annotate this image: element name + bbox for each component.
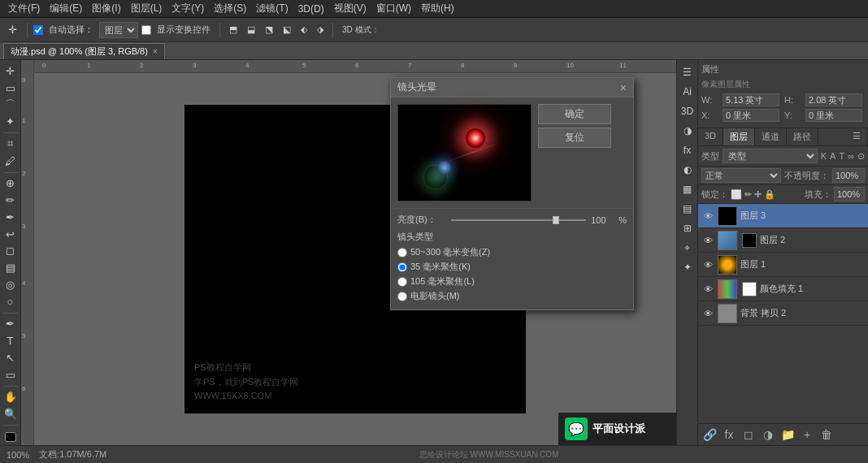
tool-marquee[interactable]: ▭ xyxy=(2,80,20,96)
layer-item-bg-copy[interactable]: 👁 背景 拷贝 2 xyxy=(698,301,868,326)
lock-all-icon[interactable]: 🔒 xyxy=(764,189,775,200)
color-balance-visibility[interactable]: 👁 xyxy=(701,283,714,296)
menu-window[interactable]: 窗口(W) xyxy=(371,0,416,17)
tool-history-brush[interactable]: ↩ xyxy=(2,227,20,242)
menu-filter[interactable]: 滤镜(T) xyxy=(251,0,293,17)
tool-type[interactable]: T xyxy=(2,333,20,348)
auto-select-checkbox[interactable] xyxy=(33,25,43,35)
bg-copy-visibility[interactable]: 👁 xyxy=(701,307,714,320)
tab-layers[interactable]: 图层 xyxy=(723,128,755,145)
menu-layer[interactable]: 图层(L) xyxy=(126,0,167,17)
filter-icon-2[interactable]: A xyxy=(830,151,835,161)
auto-select-dropdown[interactable]: 图层 xyxy=(99,22,138,38)
filter-toggle[interactable]: ⊙ xyxy=(857,151,865,162)
active-tab[interactable]: 动漫.psd @ 100% (图层 3, RGB/8) × xyxy=(3,43,165,59)
menu-image[interactable]: 图像(I) xyxy=(87,0,125,17)
icon-swatches[interactable]: ▦ xyxy=(679,180,697,198)
lens-radio-0[interactable] xyxy=(397,248,407,257)
tool-magic-wand[interactable]: ✦ xyxy=(2,114,20,129)
lens-radio-2[interactable] xyxy=(397,277,407,287)
tool-eyedropper[interactable]: 🖊 xyxy=(2,154,20,169)
icon-gradients[interactable]: ▤ xyxy=(679,200,697,218)
menu-select[interactable]: 选择(S) xyxy=(209,0,251,17)
tool-hand[interactable]: ✋ xyxy=(2,390,20,405)
lens-radio-3[interactable] xyxy=(397,292,407,301)
show-transform-checkbox[interactable] xyxy=(141,25,151,35)
menu-3d[interactable]: 3D(D) xyxy=(293,2,329,16)
align-right-btn[interactable]: ⬔ xyxy=(262,23,276,37)
icon-color[interactable]: ◐ xyxy=(679,161,697,179)
filter-icon-3[interactable]: T xyxy=(839,151,844,161)
tab-paths[interactable]: 路径 xyxy=(787,128,818,145)
align-left-btn[interactable]: ⬒ xyxy=(226,23,241,37)
link-layers-btn[interactable]: 🔗 xyxy=(701,426,718,443)
prop-h-input[interactable] xyxy=(805,93,862,106)
tool-lasso[interactable]: ⌒ xyxy=(2,97,20,113)
icon-3d[interactable]: 3D xyxy=(679,102,697,120)
tool-blur[interactable]: ◎ xyxy=(2,277,20,292)
lock-transparent-icon[interactable]: ⬜ xyxy=(731,189,742,200)
align-center-v-btn[interactable]: ⬖ xyxy=(297,23,310,37)
tool-gradient[interactable]: ▤ xyxy=(2,260,20,275)
tab-channels[interactable]: 通道 xyxy=(755,128,787,145)
lock-pixels-icon[interactable]: ✏ xyxy=(744,189,752,200)
filter-icon-4[interactable]: ∞ xyxy=(848,151,854,161)
brightness-thumb[interactable] xyxy=(553,216,559,224)
tab-3d[interactable]: 3D xyxy=(698,128,723,145)
add-style-btn[interactable]: fx xyxy=(721,426,737,443)
tool-zoom[interactable]: 🔍 xyxy=(2,406,20,422)
layer-item-color-balance[interactable]: 👁 颜色填充 1 xyxy=(698,277,868,301)
layer-2-visibility[interactable]: 👁 xyxy=(701,234,714,247)
opacity-input[interactable] xyxy=(832,168,865,183)
layers-panel-menu[interactable]: ☰ xyxy=(846,128,868,145)
prop-x-input[interactable] xyxy=(723,109,779,122)
lens-radio-1[interactable] xyxy=(397,262,407,272)
icon-patterns[interactable]: ⊞ xyxy=(679,219,697,237)
tool-eraser[interactable]: ◻ xyxy=(2,244,20,259)
filter-type-select[interactable]: 类型 xyxy=(723,149,818,163)
menu-view[interactable]: 视图(V) xyxy=(329,0,371,17)
align-top-btn[interactable]: ⬕ xyxy=(280,23,294,37)
menu-file[interactable]: 文件(F) xyxy=(3,0,45,17)
dialog-reset-btn[interactable]: 复位 xyxy=(538,128,611,148)
dialog-close-btn[interactable]: × xyxy=(620,82,627,93)
layer-1-visibility[interactable]: 👁 xyxy=(701,258,714,271)
icon-clone-source[interactable]: ⌖ xyxy=(679,239,697,257)
layer-item-3[interactable]: 👁 图层 3 xyxy=(698,204,868,228)
dialog-confirm-btn[interactable]: 确定 xyxy=(538,104,611,124)
tool-heal[interactable]: ⊕ xyxy=(2,175,20,191)
tool-pen[interactable]: ✒ xyxy=(2,317,20,332)
add-mask-btn[interactable]: ◻ xyxy=(740,426,757,443)
move-tool-icon[interactable]: ✛ xyxy=(3,21,21,39)
layer-item-2[interactable]: 👁 图层 2 xyxy=(698,228,868,253)
3d-mode-btn[interactable]: 3D 模式： xyxy=(339,23,383,37)
fill-input[interactable] xyxy=(834,187,865,201)
delete-layer-btn[interactable]: 🗑 xyxy=(818,426,835,443)
new-adjustment-btn[interactable]: ◑ xyxy=(760,426,776,443)
icon-properties[interactable]: ☰ xyxy=(679,63,697,81)
brightness-slider[interactable] xyxy=(451,219,586,221)
menu-text[interactable]: 文字(Y) xyxy=(167,0,209,17)
dialog-preview-canvas[interactable] xyxy=(397,104,532,201)
tool-move[interactable]: ✛ xyxy=(2,63,20,79)
tab-close-btn[interactable]: × xyxy=(153,47,158,56)
icon-adjustments[interactable]: ◑ xyxy=(679,122,697,140)
tool-dodge[interactable]: ○ xyxy=(2,294,20,309)
tool-stamp[interactable]: ✒ xyxy=(2,210,20,225)
lock-position-icon[interactable]: ✛ xyxy=(754,189,762,200)
align-bottom-btn[interactable]: ⬗ xyxy=(314,23,327,37)
prop-y-input[interactable] xyxy=(805,109,862,122)
new-group-btn[interactable]: 📁 xyxy=(779,426,796,443)
tool-crop[interactable]: ⌗ xyxy=(2,136,20,152)
menu-edit[interactable]: 编辑(E) xyxy=(45,0,87,17)
fg-color-swatch[interactable] xyxy=(5,432,16,442)
blend-mode-select[interactable]: 正常 xyxy=(701,168,781,183)
tool-path-select[interactable]: ↖ xyxy=(2,350,20,366)
menu-help[interactable]: 帮助(H) xyxy=(416,0,459,17)
icon-styles[interactable]: fx xyxy=(679,141,697,159)
align-center-h-btn[interactable]: ⬓ xyxy=(244,23,258,37)
filter-icon-1[interactable]: K xyxy=(821,151,827,161)
layer-3-visibility[interactable]: 👁 xyxy=(701,210,714,223)
tool-brush[interactable]: ✏ xyxy=(2,193,20,208)
prop-w-input[interactable] xyxy=(723,93,779,106)
